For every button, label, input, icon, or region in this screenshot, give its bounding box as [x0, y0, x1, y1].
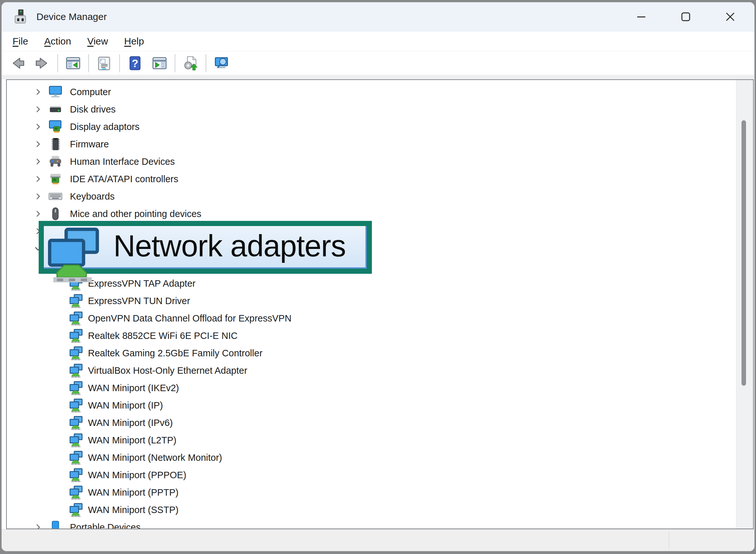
tree-row-label: Display adaptors [70, 118, 139, 135]
network-device-icon [69, 328, 83, 343]
tree-row-wan-pptp[interactable]: WAN Miniport (PPTP) [7, 484, 736, 501]
console-tree-icon [65, 55, 81, 71]
chevron-right-icon[interactable] [34, 105, 42, 113]
ide-device-icon [48, 172, 63, 186]
tree-row-human-interface[interactable]: Human Interface Devices [7, 153, 736, 170]
toolbar-separator [119, 54, 120, 72]
tree-row-realtek-wifi[interactable]: Realtek 8852CE WiFi 6E PCI-E NIC [7, 327, 736, 344]
properties-button[interactable] [92, 53, 116, 74]
scrollbar-thumb[interactable] [742, 120, 746, 386]
scan-hardware-icon [182, 55, 198, 71]
network-adapters-icon [43, 225, 104, 283]
chevron-right-icon[interactable] [34, 523, 42, 529]
tree-row-ide-ata-atapi[interactable]: IDE ATA/ATAPI controllers [7, 170, 736, 188]
tree-row-wan-l2tp[interactable]: WAN Miniport (L2TP) [7, 432, 736, 449]
help-button[interactable]: ? [123, 53, 147, 74]
chevron-right-icon[interactable] [34, 122, 42, 131]
tree-row-label: Keyboards [70, 188, 115, 205]
tree-row-label: Disk drives [70, 101, 116, 118]
toolbar: ? [2, 51, 754, 75]
menu-file[interactable]: File [13, 36, 28, 47]
tree-row-label: WAN Miniport (Network Monitor) [88, 449, 222, 466]
device-manager-window: Device Manager FileActionViewHelp ? Comp… [1, 2, 755, 551]
forward-icon [34, 55, 50, 71]
tree-row-disk-drives[interactable]: Disk drives [7, 101, 736, 118]
tree-row-display-adaptors[interactable]: Display adaptors [7, 118, 736, 135]
network-device-icon [69, 398, 83, 413]
network-device-icon [69, 311, 83, 326]
menu-action[interactable]: Action [44, 36, 71, 47]
desktop: { "window": { "title": "Device Manager",… [0, 0, 756, 554]
tree-row-virtualbox-host[interactable]: VirtualBox Host-Only Ethernet Adapter [7, 362, 736, 379]
tree-row-wan-sstp[interactable]: WAN Miniport (SSTP) [7, 501, 736, 518]
display-device-icon [48, 119, 63, 134]
hid-device-icon [48, 154, 63, 169]
console-tree-button[interactable] [61, 53, 85, 74]
vertical-scrollbar[interactable] [736, 80, 753, 529]
network-device-icon [69, 485, 83, 500]
chevron-right-icon[interactable] [34, 140, 42, 148]
back-button[interactable] [5, 53, 30, 74]
chevron-right-icon[interactable] [34, 192, 42, 201]
network-device-icon [69, 467, 83, 483]
menubar: FileActionViewHelp [2, 32, 754, 51]
toolbar-separator [206, 54, 206, 72]
search-computer-button[interactable] [209, 53, 234, 74]
toolbar-separator [88, 54, 89, 72]
network-adapters-label: Network adapters [113, 225, 346, 267]
network-device-icon [69, 363, 83, 378]
tree-row-label: WAN Miniport (IPv6) [88, 414, 173, 432]
action-pane-button[interactable] [147, 53, 172, 74]
tree-row-label: Computer [70, 83, 111, 101]
tree-row-label: WAN Miniport (PPPOE) [88, 466, 186, 484]
tree-row-wan-pppoe[interactable]: WAN Miniport (PPPOE) [7, 466, 736, 484]
network-device-icon [69, 450, 83, 465]
tree-row-realtek-gaming[interactable]: Realtek Gaming 2.5GbE Family Controller [7, 344, 736, 362]
statusbar [2, 529, 754, 551]
action-pane-icon [151, 55, 168, 71]
minimize-button[interactable] [619, 2, 664, 31]
portable-device-icon [48, 520, 63, 529]
chevron-right-icon[interactable] [34, 157, 42, 166]
tree-row-label: WAN Miniport (IP) [88, 397, 163, 414]
network-device-icon [69, 502, 83, 517]
network-device-icon [69, 433, 83, 448]
tree-row-firmware[interactable]: Firmware [7, 135, 736, 153]
tree-row-openvpn-offload[interactable]: OpenVPN Data Channel Offload for Express… [7, 310, 736, 327]
tree-row-wan-ikev2[interactable]: WAN Miniport (IKEv2) [7, 379, 736, 397]
tree-row-label: WAN Miniport (IKEv2) [88, 379, 179, 397]
tree-row-label: WAN Miniport (PPTP) [88, 484, 179, 501]
chevron-right-icon[interactable] [34, 210, 42, 218]
device-tree-panel: Computer Disk drives Display adaptors Fi… [6, 79, 754, 529]
chevron-right-icon[interactable] [34, 88, 42, 96]
chevron-right-icon[interactable] [34, 175, 42, 183]
tree-row-expressvpn-tap[interactable]: ExpressVPN TAP Adapter [7, 275, 736, 292]
tree-row-keyboards[interactable]: Keyboards [7, 188, 736, 205]
tree-row-label: ExpressVPN TAP Adapter [88, 275, 196, 292]
window-controls [619, 2, 752, 31]
tree-row-portable-devices[interactable]: Portable Devices [7, 518, 736, 529]
tree-row-wan-ipv6[interactable]: WAN Miniport (IPv6) [7, 414, 736, 432]
maximize-button[interactable] [664, 2, 708, 31]
tree-row-computer[interactable]: Computer [7, 83, 736, 101]
computer-device-icon [48, 85, 63, 99]
tree-row-label: Realtek Gaming 2.5GbE Family Controller [88, 344, 263, 362]
window-title: Device Manager [37, 11, 107, 22]
forward-button[interactable] [30, 53, 55, 74]
scan-hardware-button[interactable] [178, 53, 203, 74]
tree-row-wan-netmon[interactable]: WAN Miniport (Network Monitor) [7, 449, 736, 466]
titlebar[interactable]: Device Manager [2, 2, 754, 32]
properties-icon [96, 55, 112, 71]
disk-device-icon [48, 102, 63, 117]
tree-row-expressvpn-tun[interactable]: ExpressVPN TUN Driver [7, 292, 736, 310]
close-button[interactable] [708, 2, 752, 31]
menu-help[interactable]: Help [124, 36, 144, 47]
tree-row-mice[interactable]: Mice and other pointing devices [7, 205, 736, 222]
tree-row-label: Human Interface Devices [70, 153, 175, 170]
menu-view[interactable]: View [87, 36, 108, 47]
tree-row-label: ExpressVPN TUN Driver [88, 292, 190, 310]
keyboard-device-icon [48, 189, 63, 204]
device-manager-icon [12, 8, 29, 25]
tree-row-wan-ip[interactable]: WAN Miniport (IP) [7, 397, 736, 414]
statusbar-divider [669, 532, 669, 549]
